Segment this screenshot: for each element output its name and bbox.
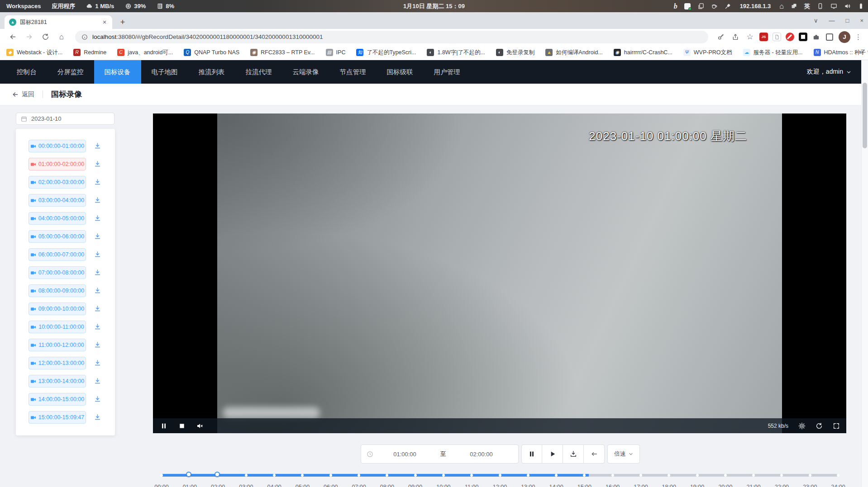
nav-tab[interactable]: 分屏监控	[47, 60, 94, 84]
speed-dropdown[interactable]: 倍速	[607, 444, 640, 463]
new-tab-button[interactable]: +	[117, 16, 129, 28]
window-minimize-button[interactable]: —	[829, 17, 835, 24]
record-button[interactable]: 02:00:00-03:00:00	[29, 176, 86, 189]
bing-tray-icon[interactable]: b	[674, 2, 677, 10]
record-download-button[interactable]	[94, 142, 102, 150]
reload-button[interactable]	[39, 31, 51, 43]
home-tray-icon[interactable]: ⌂	[779, 3, 784, 10]
record-download-button[interactable]	[94, 251, 102, 259]
player-settings-button[interactable]	[798, 422, 806, 430]
timeline-slider[interactable]: 00:0001:0002:0003:0004:0005:0006:0007:00…	[162, 474, 838, 487]
nav-tab[interactable]: 推流列表	[188, 60, 235, 84]
bookmark-item[interactable]: ▤ IPC	[326, 49, 346, 56]
record-download-button[interactable]	[94, 196, 102, 204]
coffee-tray-icon[interactable]	[711, 3, 718, 9]
extension-js-icon[interactable]: JS	[759, 33, 768, 41]
bookmark-item[interactable]: ☁ 服务器 - 轻量应用...	[743, 49, 803, 57]
video-player[interactable]: 2023-01-10 01:00:00 星期二 552 kb/s	[153, 113, 846, 433]
battery-tray-icon[interactable]	[858, 3, 864, 9]
record-button[interactable]: 12:00:00-13:00:00	[29, 357, 86, 369]
record-download-button[interactable]	[94, 178, 102, 186]
bookmark-item[interactable]: 知 了不起的TypeScri...	[356, 49, 416, 57]
record-button[interactable]: 09:00:00-10:00:00	[29, 303, 86, 315]
record-download-button[interactable]	[94, 395, 102, 403]
nav-tab[interactable]: 国标设备	[94, 60, 141, 84]
extensions-menu-button[interactable]	[812, 33, 820, 41]
display-tray-icon[interactable]	[830, 3, 837, 9]
play-button[interactable]	[542, 444, 563, 463]
share-icon[interactable]	[730, 32, 741, 43]
record-button[interactable]: 14:00:00-15:00:00	[29, 393, 86, 406]
record-download-button[interactable]	[94, 305, 102, 313]
site-info-icon[interactable]	[81, 34, 88, 40]
side-panel-button[interactable]	[825, 33, 834, 41]
player-mute-button[interactable]	[196, 422, 204, 430]
home-button[interactable]: ⌂	[56, 31, 67, 43]
record-button[interactable]: 01:00:00-02:00:00	[29, 158, 86, 170]
bookmark-item[interactable]: ◆ Webstack - 设计...	[6, 49, 62, 57]
bookmark-item[interactable]: C java、android可...	[117, 49, 173, 57]
player-fullscreen-button[interactable]	[833, 422, 840, 430]
tab-search-chevron-icon[interactable]: ∨	[814, 17, 818, 24]
color-picker-tray-icon[interactable]	[725, 3, 731, 9]
user-menu[interactable]: 欢迎，admin	[807, 60, 861, 84]
page-scrollbar[interactable]	[861, 60, 868, 487]
record-download-button[interactable]	[94, 413, 102, 421]
pause-button[interactable]	[521, 444, 542, 463]
clipboard-tray-icon[interactable]	[697, 3, 704, 9]
workspaces-button[interactable]: Workspaces	[6, 3, 41, 9]
extension-dark-icon[interactable]	[799, 33, 807, 41]
record-download-button[interactable]	[94, 160, 102, 168]
seek-back-button[interactable]	[584, 444, 605, 463]
record-button[interactable]: 00:00:00-01:00:00	[29, 140, 86, 152]
record-button[interactable]: 13:00:00-14:00:00	[29, 375, 86, 388]
record-download-button[interactable]	[94, 214, 102, 222]
bookmark-item[interactable]: Ψ WVP-PRO文档	[683, 49, 732, 57]
record-download-button[interactable]	[94, 341, 102, 349]
workspace-switcher-icon[interactable]	[791, 3, 797, 9]
nav-tab[interactable]: 国标级联	[377, 60, 424, 84]
record-download-button[interactable]	[94, 287, 102, 295]
start-time-value[interactable]: 01:00:00	[373, 451, 436, 458]
record-download-button[interactable]	[94, 323, 102, 331]
bookmark-item[interactable]: ◉ hairrrrr/C-CrashC...	[614, 49, 672, 56]
player-stop-button[interactable]	[178, 422, 186, 430]
nav-tab[interactable]: 拉流代理	[235, 60, 282, 84]
timeline-handle-end[interactable]	[215, 472, 220, 477]
bookmark-item[interactable]: R Redmine	[73, 49, 106, 56]
record-button[interactable]: 04:00:00-05:00:00	[29, 212, 86, 225]
back-nav-button[interactable]	[7, 31, 19, 43]
bookmark-item[interactable]: ◉ RFC2833 – RTP Ev...	[250, 49, 315, 56]
record-download-button[interactable]	[94, 377, 102, 385]
phone-link-tray-icon[interactable]	[817, 3, 824, 9]
browser-tab[interactable]: ▲ 国标28181 ×	[5, 15, 112, 29]
nav-tab[interactable]: 控制台	[6, 60, 47, 84]
record-button[interactable]: 05:00:00-06:00:00	[29, 230, 86, 243]
record-button[interactable]: 15:00:00-15:09:47	[29, 411, 86, 424]
player-refresh-button[interactable]	[816, 422, 823, 430]
applications-button[interactable]: 应用程序	[52, 2, 75, 10]
window-close-button[interactable]: ×	[860, 17, 863, 24]
record-button[interactable]: 03:00:00-04:00:00	[29, 194, 86, 207]
window-maximize-button[interactable]: □	[846, 17, 849, 24]
input-method-indicator[interactable]: 英	[804, 2, 810, 10]
record-button[interactable]: 11:00:00-12:00:00	[29, 339, 86, 351]
clock[interactable]: 1月10日 星期二 15：09	[403, 0, 465, 12]
address-bar[interactable]: localhost:38080/#/gbRecordDetail/3402000…	[75, 31, 708, 43]
record-download-button[interactable]	[94, 269, 102, 277]
nav-tab[interactable]: 电子地图	[141, 60, 188, 84]
extension-adblock-icon[interactable]	[786, 33, 794, 41]
date-picker[interactable]: 2023-01-10	[16, 113, 114, 125]
record-download-button[interactable]	[94, 359, 102, 367]
bookmark-item[interactable]: ◐ 免登录复制	[496, 49, 535, 57]
tab-close-icon[interactable]: ×	[100, 18, 109, 26]
record-download-button[interactable]	[94, 232, 102, 241]
notes-tray-icon[interactable]	[684, 3, 691, 9]
download-button[interactable]	[563, 444, 584, 463]
ip-address[interactable]: 192.168.1.3	[740, 3, 771, 9]
bookmark-item[interactable]: ◐ 1.8W字|了不起的...	[427, 49, 485, 57]
player-pause-button[interactable]	[160, 422, 167, 430]
nav-tab[interactable]: 节点管理	[329, 60, 377, 84]
scrollbar-thumb[interactable]	[863, 83, 867, 148]
record-button[interactable]: 08:00:00-09:00:00	[29, 284, 86, 297]
